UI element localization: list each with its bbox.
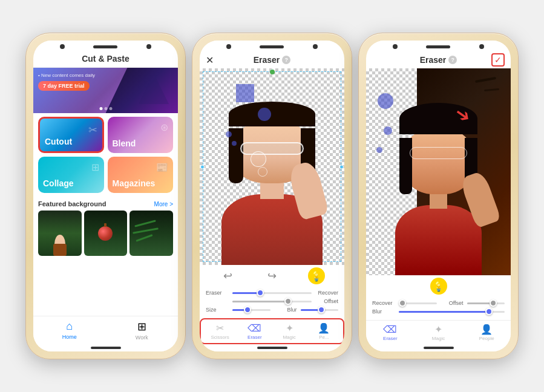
eraser-circle — [251, 151, 266, 167]
cam-dot-3 — [226, 44, 231, 49]
toolbar-3: 💡 — [366, 275, 511, 297]
offset-thumb — [284, 298, 292, 305]
featured-header: Featured background More > — [38, 200, 173, 207]
bottom-tabs-2: ✂ Scissors ⌫ Eraser ✦ Magic 👤 Pe... — [203, 321, 341, 342]
blur-slider-3[interactable] — [399, 311, 505, 313]
recover-thumb — [399, 299, 406, 307]
woman-portrait-3 — [366, 99, 511, 275]
eraser-title-2: Eraser ? — [254, 55, 291, 65]
help-icon-2[interactable]: ? — [282, 56, 290, 64]
people-icon: 👤 — [318, 322, 330, 334]
eraser-icon-tab: ⌫ — [247, 322, 261, 334]
eraser-label-3: Eraser — [383, 336, 398, 341]
status-bar-2 — [200, 41, 344, 51]
cutout-button[interactable]: Cutout ✂ — [38, 117, 104, 153]
trial-badge[interactable]: 7 day FREE trial — [38, 81, 90, 91]
tab-magic[interactable]: ✦ Magic — [272, 322, 307, 340]
offset-fill — [232, 301, 288, 302]
redo-button[interactable]: ↪ — [264, 267, 281, 284]
bottom-nav: ⌂ Home ⊞ Work — [33, 316, 178, 344]
controls-2: Eraser Recover x Offset Size — [200, 287, 344, 318]
offset-label-3: Offset — [441, 300, 464, 306]
more-link[interactable]: More > — [154, 201, 173, 207]
home-bar-2 — [257, 347, 287, 349]
people-label: Pe... — [319, 335, 329, 340]
eraser-dot-3 — [226, 131, 232, 137]
thumb-1[interactable] — [38, 211, 82, 256]
magazines-label: Magazines — [113, 178, 156, 188]
dot-3 — [109, 107, 112, 110]
featured-thumbnails — [38, 211, 173, 256]
eraser-title-3: Eraser ? — [420, 55, 457, 65]
glasses-2 — [240, 142, 304, 155]
dot-2 — [104, 107, 107, 110]
check-button[interactable]: ✓ — [491, 53, 505, 67]
blur-label: Blur — [372, 309, 395, 315]
speaker-3 — [426, 45, 450, 48]
ctrl-recover: Recover Offset — [372, 300, 505, 306]
glasses-3 — [410, 147, 468, 159]
featured-section: Featured background More > — [33, 197, 178, 316]
nav-work[interactable]: ⊞ Work — [106, 320, 179, 341]
controls-3: Recover Offset Blur — [366, 297, 511, 320]
phone-1: Cut & Paste • New content comes daily 7 … — [25, 33, 186, 359]
offset-slider-3[interactable] — [467, 302, 505, 304]
collage-icon: ⊞ — [91, 162, 99, 173]
undo-button[interactable]: ↩ — [220, 267, 237, 284]
woman-portrait-2 — [200, 108, 344, 265]
top-handle[interactable] — [270, 70, 275, 74]
nav-home[interactable]: ⌂ Home — [33, 320, 106, 341]
phone-3: Eraser ? ✓ — [358, 33, 519, 359]
home-label: Home — [62, 334, 77, 340]
people-icon-3: 👤 — [480, 324, 493, 335]
back-button[interactable]: ✕ — [206, 54, 214, 66]
home-indicator-3 — [366, 344, 511, 351]
help-icon-3[interactable]: ? — [448, 56, 457, 64]
ctrl-blur: Blur — [372, 309, 505, 315]
blur-slider[interactable] — [301, 309, 339, 311]
people-label-3: People — [479, 336, 494, 341]
eraser-icon-3: ⌫ — [383, 324, 397, 335]
offset-slider[interactable] — [232, 301, 312, 302]
toolbar-2: ↩ ↪ 💡 — [200, 265, 344, 287]
blue-dot-3-3 — [376, 147, 382, 153]
tab-people[interactable]: 👤 Pe... — [307, 322, 341, 340]
speaker-2 — [260, 45, 284, 48]
eraser-tab-label: Eraser — [247, 335, 262, 340]
offset-ctrl-label: Offset — [315, 298, 338, 304]
magazines-button[interactable]: Magazines 📰 — [108, 157, 174, 193]
canvas-3[interactable]: ➔ — [366, 68, 511, 275]
tab-scissors[interactable]: ✂ Scissors — [203, 322, 237, 340]
magic-label-3: Magic — [432, 336, 445, 341]
thumb-2[interactable] — [84, 211, 128, 256]
app-title: Cut & Paste — [33, 51, 178, 68]
promo-tree-art — [136, 71, 172, 107]
tab-eraser[interactable]: ⌫ Eraser — [237, 322, 272, 340]
home-bar-3 — [424, 347, 454, 349]
eraser-header-3: Eraser ? ✓ — [366, 51, 511, 68]
phone-2: ✕ Eraser ? — [192, 33, 352, 359]
magic-icon: ✦ — [286, 322, 293, 334]
blue-dot-3-1 — [378, 93, 393, 109]
tab-magic-3[interactable]: ✦ Magic — [415, 324, 463, 341]
control-size: Size Blur — [206, 307, 338, 313]
offset-thumb-3 — [490, 299, 497, 307]
size-slider[interactable] — [232, 309, 270, 311]
tab-people-3[interactable]: 👤 People — [462, 324, 511, 341]
blend-button[interactable]: Blend ⊛ — [108, 117, 174, 153]
cutout-label: Cutout — [45, 137, 72, 146]
tab-eraser-3[interactable]: ⌫ Eraser — [366, 324, 415, 341]
home-icon: ⌂ — [66, 320, 73, 333]
eraser-ctrl-label: Eraser — [206, 290, 229, 296]
eraser-circle-small — [258, 167, 267, 177]
bulb-button-3[interactable]: 💡 — [430, 278, 447, 295]
camera-dot — [60, 44, 65, 49]
canvas-2[interactable] — [200, 68, 344, 265]
recover-slider[interactable] — [399, 302, 437, 304]
eraser-slider[interactable] — [232, 292, 312, 294]
collage-button[interactable]: Collage ⊞ — [38, 157, 104, 193]
bulb-button[interactable]: 💡 — [308, 267, 325, 284]
promo-dots — [99, 107, 112, 110]
svg-marker-0 — [139, 74, 169, 104]
thumb-3[interactable] — [129, 211, 173, 256]
